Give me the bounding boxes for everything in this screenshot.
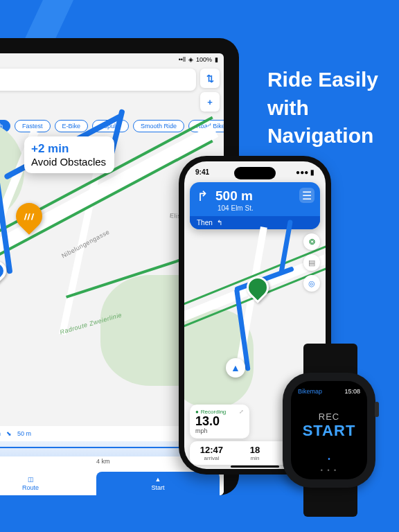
turn-right-icon: ↱ xyxy=(197,188,209,204)
route-icon: ◫ xyxy=(28,476,34,483)
nav-instruction-card[interactable]: ☰ ↱ 500 m 104 Elm St. Then ↰ xyxy=(190,182,320,229)
battery-icon: ▮ xyxy=(215,56,218,63)
turn-left-icon: ↰ xyxy=(217,219,222,227)
leaf-icon: ❂ xyxy=(309,238,315,247)
overview-button[interactable]: ◫ Route xyxy=(0,472,92,495)
recording-card[interactable]: ●Recording⤢ 13.0 mph xyxy=(190,405,249,438)
chip-ebike[interactable]: E-Bike xyxy=(55,120,89,132)
cursor-icon: ▲ xyxy=(231,362,240,373)
add-stop-button[interactable]: + xyxy=(200,92,220,112)
marketing-headline: Ride Easily with Navigation xyxy=(267,66,378,150)
poi-button[interactable]: ❂ xyxy=(303,233,320,250)
plus-icon: + xyxy=(207,97,213,107)
nav-menu-button[interactable]: ☰ xyxy=(299,188,314,203)
status-icons: ●●● ▮ xyxy=(296,168,314,176)
signal-icon: ••ll xyxy=(179,56,186,63)
route-callout[interactable]: +2 min Avoid Obstacles xyxy=(24,136,114,173)
swap-icon: ⇅ xyxy=(206,73,214,84)
layers-icon: ▤ xyxy=(308,258,315,267)
watch-crown[interactable] xyxy=(375,402,379,417)
wifi-icon: ◈ xyxy=(188,56,193,63)
list-icon: ☰ xyxy=(302,189,312,202)
descent-icon: ⬊ xyxy=(6,430,12,437)
nav-icon: ▲ xyxy=(155,476,161,483)
layers-button[interactable]: ▤ xyxy=(303,254,320,271)
chip-smooth[interactable]: Smooth Ride xyxy=(133,120,184,132)
swap-route-button[interactable]: ⇅ xyxy=(200,69,220,88)
ipad-status-bar: ••ll ◈ 100% ▮ xyxy=(179,56,218,63)
dynamic-island xyxy=(234,167,276,179)
current-location: ▲ xyxy=(226,358,245,378)
search-input[interactable] xyxy=(0,69,196,91)
expand-icon: ⤢ xyxy=(239,409,244,415)
watch-device: Bikemap 15:08 REC START • • • • xyxy=(272,344,387,517)
page-dots: • • • xyxy=(291,467,367,474)
locate-icon: ◎ xyxy=(308,279,315,288)
dot-icon: • xyxy=(291,455,367,463)
locate-button[interactable]: ◎ xyxy=(303,275,320,292)
watch-status-bar: Bikemap 15:08 xyxy=(298,388,360,395)
watch-start-button[interactable]: START xyxy=(291,422,367,440)
watch-rec-label: REC xyxy=(291,411,367,422)
start-nav-button[interactable]: ▲ Start xyxy=(96,472,220,495)
watch-screen[interactable]: Bikemap 15:08 REC START • • • • xyxy=(291,381,367,479)
